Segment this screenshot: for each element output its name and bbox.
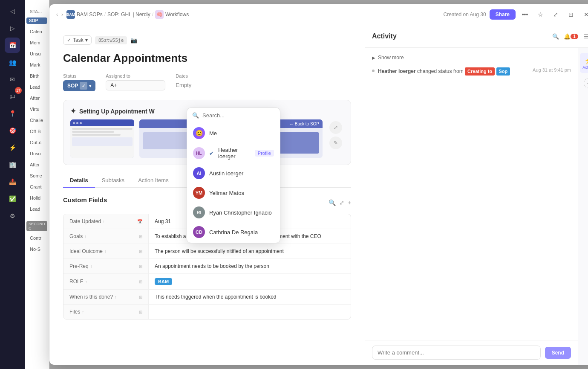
fields-row: Status SOP ✓ ▾ Assigned to A+ xyxy=(63,73,351,91)
search-fields-icon[interactable]: 🔍 xyxy=(329,199,336,206)
nav-item-challe[interactable]: Challe xyxy=(26,115,47,125)
nav-item-some[interactable]: Some xyxy=(26,171,47,181)
search-icon: 🔍 xyxy=(192,112,199,119)
back-arrow[interactable]: ‹ xyxy=(56,12,58,17)
tab-subtasks[interactable]: Subtasks xyxy=(95,174,131,188)
nav-item-holid[interactable]: Holid xyxy=(26,193,47,203)
send-button[interactable]: Send xyxy=(545,347,571,359)
sidebar-icon-activity[interactable]: ⚡ xyxy=(5,140,20,155)
comment-input[interactable] xyxy=(372,346,541,360)
nav-item-lead2[interactable]: Lead xyxy=(26,204,47,214)
nav-status-header: Status xyxy=(26,7,47,17)
cf-value-role: BAM xyxy=(149,274,351,289)
cf-label-ideal-outcome: Ideal Outcome ↑ ⊞ xyxy=(63,244,149,259)
nav-item-lead[interactable]: Lead xyxy=(26,82,47,92)
minimize-button[interactable]: ⊡ xyxy=(565,9,577,20)
nav-panel: Status SOP Calen Mem Unsu Mark Birth Lea… xyxy=(25,0,49,369)
external-link-button[interactable]: ⤢ xyxy=(550,9,562,20)
dropdown-list: 😊 Me HL ✔ Heather loerger Profile xyxy=(187,123,280,243)
task-type-badge[interactable]: ✓ Task ▾ xyxy=(63,35,92,45)
show-more-label: Show more xyxy=(378,55,404,61)
nav-item-offb[interactable]: Off-B xyxy=(26,126,47,137)
dropdown-item-austin[interactable]: AI Austin loerger xyxy=(187,163,280,183)
fwd-arrow[interactable]: › xyxy=(61,12,63,17)
sidebar-icon-export[interactable]: 📤 xyxy=(5,174,20,189)
expand-fields-icon[interactable]: ⤢ xyxy=(339,199,344,206)
camera-icon[interactable]: 📷 xyxy=(130,37,137,44)
dropdown-search-input[interactable] xyxy=(202,112,275,119)
task-id: 85ztw55je xyxy=(95,36,127,44)
sidebar-icon-check[interactable]: ✅ xyxy=(5,191,20,206)
dot3 xyxy=(80,122,82,124)
dropdown-item-me[interactable]: 😊 Me xyxy=(187,123,280,143)
close-button[interactable]: ✕ xyxy=(580,9,588,20)
sidebar-icon-building[interactable]: 🏢 xyxy=(5,157,20,172)
share-button[interactable]: Share xyxy=(490,9,516,20)
main-modal: ‹ › BAM BAM SOPs / SOP: GHL | Nerdly / 🧠… xyxy=(49,4,588,365)
item-name-yelimar: Yelimar Matos xyxy=(209,190,274,196)
assignee-dropdown: 🔍 😊 Me HL xyxy=(187,108,280,243)
sidebar-icon-pin[interactable]: 📍 xyxy=(5,106,20,121)
dropdown-item-heather[interactable]: HL ✔ Heather loerger Profile xyxy=(187,143,280,163)
cf-row-prereq: Pre-Req ↑ ⊞ An appointment needs to be b… xyxy=(63,259,351,274)
star-button[interactable]: ☆ xyxy=(534,9,546,20)
breadcrumb-sop[interactable]: SOP: GHL | Nerdly xyxy=(107,12,150,17)
more-options-button[interactable]: ••• xyxy=(519,9,531,20)
nav-item-mem[interactable]: Mem xyxy=(26,38,47,48)
assigned-placeholder: A+ xyxy=(110,82,117,88)
sidebar-icon-nav-fwd[interactable]: ▷ xyxy=(5,20,20,36)
tab-details[interactable]: Details xyxy=(63,174,95,188)
nav-item-after2[interactable]: After xyxy=(26,160,47,170)
avatar-heather: HL xyxy=(193,147,205,159)
nav-item-grant[interactable]: Grant xyxy=(26,182,47,192)
cf-row-ideal-outcome: Ideal Outcome ↑ ⊞ The person will be suc… xyxy=(63,244,351,259)
sidebar-icon-tags[interactable]: 🏷 17 xyxy=(5,89,20,104)
when-done-text: When is this done? xyxy=(69,294,113,300)
preview-action-2[interactable]: ✎ xyxy=(329,137,342,149)
role-text: ROLE xyxy=(69,279,84,285)
sidebar-icon-team[interactable]: 👥 xyxy=(5,55,20,70)
avatar-cathrina: CD xyxy=(193,226,205,238)
dropdown-item-yelimar[interactable]: YM Yelimar Matos xyxy=(187,183,280,203)
status-to: Sop xyxy=(496,67,510,76)
side-tab-activity[interactable]: ⚡ Activity xyxy=(580,53,588,73)
breadcrumb-workflows[interactable]: Workflows xyxy=(165,12,189,17)
activity-notif-btn[interactable]: 🔔 1 xyxy=(565,30,577,42)
preview-action-1[interactable]: ⤢ xyxy=(329,121,342,134)
nav-item-birth[interactable]: Birth xyxy=(26,71,47,81)
sidebar-icon-nav-back[interactable]: ◁ xyxy=(5,3,20,19)
goals-text: Goals xyxy=(69,233,83,239)
cf-label-when-done: When is this done? ↑ ⊞ xyxy=(63,290,149,304)
profile-link-heather[interactable]: Profile xyxy=(255,150,274,157)
activity-filter-btn[interactable]: ☰ xyxy=(580,30,588,42)
activity-search-btn[interactable]: 🔍 xyxy=(550,30,562,42)
sidebar-icon-target[interactable]: 🎯 xyxy=(5,123,20,138)
nav-item-unsu2[interactable]: Unsu xyxy=(26,148,47,159)
nav-sop-badge[interactable]: SOP xyxy=(26,17,47,24)
status-badge[interactable]: SOP ✓ ▾ xyxy=(63,80,95,91)
sidebar-icon-settings[interactable]: ⚙ xyxy=(5,208,20,224)
assigned-field[interactable]: A+ xyxy=(106,80,165,90)
avatar-me: 😊 xyxy=(193,127,205,139)
nav-item-virtu[interactable]: Virtu xyxy=(26,104,47,114)
add-field-icon[interactable]: + xyxy=(348,199,351,206)
breadcrumb-bam[interactable]: BAM SOPs xyxy=(77,12,103,17)
dropdown-item-cathrina[interactable]: CD Cathrina De Regala xyxy=(187,222,280,242)
dropdown-item-rodelio[interactable]: RJ RODELIO DE JESUS xyxy=(187,242,280,243)
nav-item-outc[interactable]: Out-c xyxy=(26,137,47,148)
sidebar-icon-mail[interactable]: ✉ xyxy=(5,72,20,87)
nav-item-after[interactable]: After xyxy=(26,93,47,103)
activity-actor: Heather loerger xyxy=(378,68,416,74)
dates-value[interactable]: Empty xyxy=(176,80,191,90)
nav-item-unsu[interactable]: Unsu xyxy=(26,49,47,59)
show-more-btn[interactable]: ▶ Show more xyxy=(372,55,571,61)
nav-item-contr[interactable]: Contr xyxy=(26,233,47,243)
nav-item-mark[interactable]: Mark xyxy=(26,60,47,70)
nav-item-calen[interactable]: Calen xyxy=(26,26,47,37)
side-tab-add-btn[interactable]: + xyxy=(584,78,588,88)
nav-item-nos[interactable]: No-S xyxy=(26,244,47,254)
tab-action-items[interactable]: Action Items xyxy=(131,174,176,188)
breadcrumb-sep-1: / xyxy=(104,12,106,17)
dropdown-item-ryan[interactable]: RI Ryan Christopher Ignacio xyxy=(187,203,280,222)
sidebar-icon-calendar[interactable]: 📅 xyxy=(5,38,20,53)
